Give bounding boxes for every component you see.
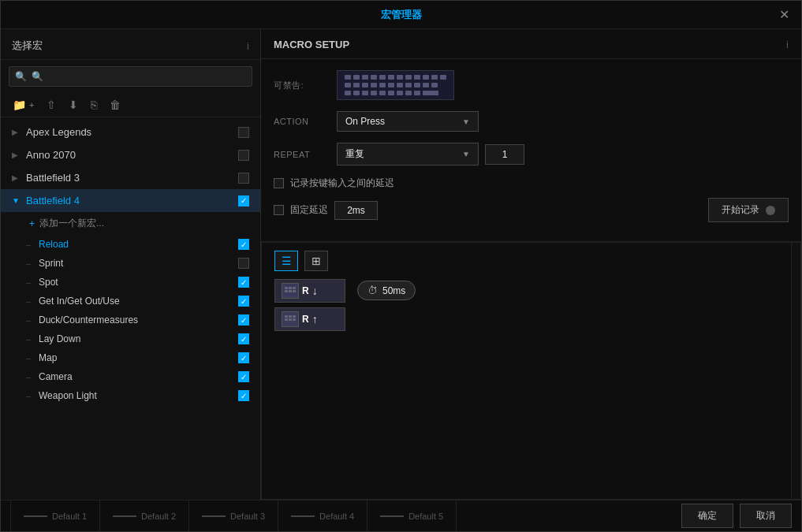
copy-button[interactable]: ⎘ bbox=[87, 96, 101, 113]
assignable-label: 可禁告: bbox=[274, 80, 337, 91]
checkbox-fixed-delay-row: 固定延迟 开始记录 bbox=[274, 198, 789, 222]
tree-label-anno: Anno 2070 bbox=[26, 149, 238, 161]
sub-item-reload[interactable]: Reload bbox=[1, 235, 260, 254]
key-label-1: R bbox=[302, 285, 309, 296]
keyboard-mini-icon-1 bbox=[282, 283, 299, 299]
checkbox-reload[interactable] bbox=[238, 239, 249, 250]
svg-rect-9 bbox=[285, 318, 288, 321]
sub-label-camera: Camera bbox=[39, 371, 238, 382]
sub-label-sprint: Sprint bbox=[39, 258, 238, 269]
action-dropdown[interactable]: On Press ▼ bbox=[337, 111, 479, 132]
close-button[interactable]: ✕ bbox=[776, 7, 792, 23]
checkbox-weaponlight[interactable] bbox=[238, 390, 249, 401]
main-content: 选择宏 i 🔍 📁+ ⇧ ⬇ ⎘ bbox=[1, 29, 801, 500]
grid-view-button[interactable]: ⊞ bbox=[304, 251, 328, 271]
checkbox-anno[interactable] bbox=[238, 150, 249, 161]
sub-item-getinout[interactable]: Get In/Get Out/Use bbox=[1, 292, 260, 311]
window-title: 宏管理器 bbox=[381, 8, 422, 22]
checkbox-record-delay[interactable] bbox=[274, 178, 284, 188]
sub-item-camera[interactable]: Camera bbox=[1, 367, 260, 386]
sub-item-map[interactable]: Map bbox=[1, 348, 260, 367]
cancel-button[interactable]: 取消 bbox=[740, 504, 792, 528]
checkbox-delay-label: 记录按键输入之间的延迟 bbox=[290, 177, 394, 190]
checkbox-map[interactable] bbox=[238, 352, 249, 363]
checkbox-camera[interactable] bbox=[238, 371, 249, 382]
timing-bubble-1: ⏱ 50ms bbox=[357, 281, 416, 300]
checkbox-laydown[interactable] bbox=[238, 333, 249, 344]
svg-rect-3 bbox=[285, 290, 288, 292]
checkbox-bf4[interactable] bbox=[238, 195, 249, 206]
key-direction-down: ↓ bbox=[312, 285, 318, 297]
sub-label-map: Map bbox=[39, 352, 238, 363]
info-icon-left: i bbox=[247, 40, 249, 52]
delete-button[interactable]: 🗑 bbox=[106, 96, 125, 113]
sub-item-laydown[interactable]: Lay Down bbox=[1, 329, 260, 348]
tree-list: ▶ Apex Legends ▶ Anno 2070 ▶ Battlefield… bbox=[1, 117, 260, 500]
expand-arrow-bf3: ▶ bbox=[12, 173, 21, 182]
keyboard-icon[interactable] bbox=[337, 70, 454, 100]
svg-rect-7 bbox=[289, 315, 292, 318]
key-direction-up: ↑ bbox=[312, 313, 318, 326]
sub-label-spot: Spot bbox=[39, 277, 238, 288]
title-bar: 宏管理器 ✕ bbox=[1, 1, 801, 29]
trash-icon: 🗑 bbox=[110, 99, 121, 111]
checkbox-bf3[interactable] bbox=[238, 173, 249, 184]
list-view-button[interactable]: ☰ bbox=[274, 251, 298, 271]
tree-item-bf4[interactable]: ▼ Battlefield 4 bbox=[1, 189, 260, 212]
sub-item-duck[interactable]: Duck/Countermeasures bbox=[1, 311, 260, 329]
sub-label-laydown: Lay Down bbox=[39, 333, 238, 344]
checkbox-apex[interactable] bbox=[238, 127, 249, 138]
repeat-dropdown[interactable]: 重复 ▼ bbox=[337, 143, 479, 166]
record-button[interactable]: 开始记录 bbox=[708, 198, 789, 222]
keyboard-svg-1 bbox=[284, 286, 297, 296]
tab-default1[interactable]: Default 1 bbox=[10, 500, 100, 531]
macro-key-r-down[interactable]: R ↓ bbox=[274, 279, 345, 303]
tab-default2[interactable]: Default 2 bbox=[100, 500, 189, 531]
config-area: 可禁告: bbox=[261, 59, 801, 242]
right-panel: MACRO SETUP i 可禁告: bbox=[261, 29, 801, 500]
svg-rect-6 bbox=[285, 315, 288, 318]
assignable-row: 可禁告: bbox=[274, 70, 789, 100]
left-panel-header: 选择宏 i bbox=[1, 29, 260, 60]
download-button[interactable]: ⬇ bbox=[65, 96, 82, 113]
checkbox-fixed-delay[interactable] bbox=[274, 205, 284, 215]
sub-label-duck: Duck/Countermeasures bbox=[39, 314, 238, 326]
add-macro-button[interactable]: + 添加一个新宏... bbox=[1, 212, 260, 235]
tab-default4[interactable]: Default 4 bbox=[278, 500, 367, 531]
tab-default5[interactable]: Default 5 bbox=[367, 500, 457, 531]
new-folder-button[interactable]: 📁+ bbox=[9, 96, 38, 113]
repeat-number-input[interactable] bbox=[485, 144, 524, 165]
right-panel-header: MACRO SETUP i bbox=[261, 29, 801, 59]
macro-key-r-up[interactable]: R ↑ bbox=[274, 307, 345, 331]
tab-label-4: Default 4 bbox=[319, 512, 354, 521]
checkbox-spot[interactable] bbox=[238, 277, 249, 288]
sub-item-spot[interactable]: Spot bbox=[1, 273, 260, 292]
tree-item-bf3[interactable]: ▶ Battlefield 3 bbox=[1, 166, 260, 189]
share-icon: ⇧ bbox=[47, 99, 56, 111]
checkbox-sprint[interactable] bbox=[238, 258, 249, 269]
expand-arrow-anno: ▶ bbox=[12, 151, 21, 159]
checkbox-duck[interactable] bbox=[238, 314, 249, 326]
list-icon: ☰ bbox=[282, 255, 292, 267]
confirm-button[interactable]: 确定 bbox=[681, 504, 733, 528]
search-bar: 🔍 bbox=[9, 66, 252, 87]
action-label: ACTION bbox=[274, 117, 337, 126]
tree-item-anno[interactable]: ▶ Anno 2070 bbox=[1, 143, 260, 166]
tab-default3[interactable]: Default 3 bbox=[189, 500, 278, 531]
delay-input[interactable] bbox=[334, 201, 378, 220]
action-row: ACTION On Press ▼ bbox=[274, 111, 789, 132]
checkbox-getinout[interactable] bbox=[238, 296, 249, 307]
tab-label-5: Default 5 bbox=[408, 512, 443, 521]
repeat-row: REPEAT 重复 ▼ bbox=[274, 143, 789, 166]
sub-label-getinout: Get In/Get Out/Use bbox=[39, 296, 238, 307]
macro-row-2: R ↑ bbox=[274, 307, 788, 331]
sub-item-weaponlight[interactable]: Weapon Light bbox=[1, 386, 260, 405]
clock-icon-1: ⏱ bbox=[367, 285, 378, 296]
sub-item-sprint[interactable]: Sprint bbox=[1, 254, 260, 273]
share-button[interactable]: ⇧ bbox=[43, 96, 60, 113]
plus-icon: + bbox=[29, 218, 35, 229]
search-input[interactable] bbox=[9, 66, 252, 87]
search-icon: 🔍 bbox=[15, 71, 27, 82]
tree-item-apex[interactable]: ▶ Apex Legends bbox=[1, 121, 260, 143]
right-scrollbar[interactable] bbox=[791, 243, 800, 499]
